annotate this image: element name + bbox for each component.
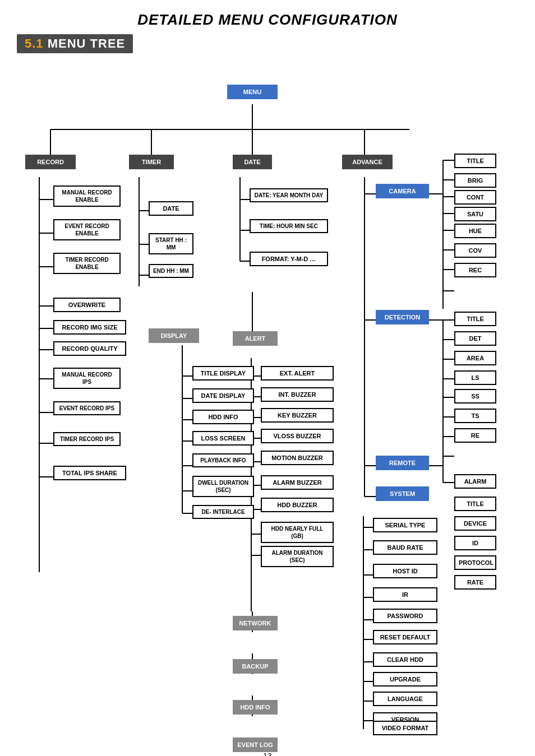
end-hhmm-node: END HH : MM <box>149 264 193 278</box>
section-heading: 5.1 MENU TREE <box>17 34 133 53</box>
detection-node: DETECTION <box>376 310 429 324</box>
start-hhmm-node: START HH : MM <box>149 233 193 254</box>
det-node: DET <box>454 331 496 346</box>
ls-node: LS <box>454 370 496 385</box>
record-img-size-node: RECORD IMG SIZE <box>53 320 126 335</box>
event-log-node: EVENT LOG <box>233 738 278 752</box>
date-sub-node: DATE <box>149 201 193 216</box>
rec-node: REC <box>454 263 496 277</box>
ir-node: IR <box>373 587 437 602</box>
playback-info-node: PLAYBACK INFO <box>192 453 254 467</box>
total-ips-share-node: TOTAL IPS SHARE <box>53 466 126 480</box>
date-yearmonthday-node: DATE: YEAR MONTH DAY <box>250 188 328 202</box>
display-node: DISPLAY <box>149 328 199 343</box>
ext-alert-node: EXT. ALERT <box>261 366 334 381</box>
cov-node: COV <box>454 243 496 258</box>
language-node: LANGUAGE <box>373 692 437 706</box>
ss-node: SS <box>454 389 496 403</box>
record-node: RECORD <box>25 155 76 169</box>
date-display-node: DATE DISPLAY <box>192 388 254 403</box>
backup-node: BACKUP <box>233 659 278 674</box>
title-display-node: TITLE DISPLAY <box>192 366 254 381</box>
hdd-info-disp-node: HDD INFO <box>192 410 254 424</box>
area-node: AREA <box>454 351 496 365</box>
reset-default-node: RESET DEFAULT <box>373 630 437 644</box>
motion-buzzer-node: MOTION BUZZER <box>261 451 334 465</box>
rate-node: RATE <box>454 575 496 590</box>
alarm-buzzer-node: ALARM BUZZER <box>261 475 334 490</box>
format-ymd-node: FORMAT: Y-M-D … <box>250 252 328 266</box>
satu-node: SATU <box>454 207 496 221</box>
hue-node: HUE <box>454 224 496 238</box>
brig-node: BRIG <box>454 173 496 188</box>
remote-node: REMOTE <box>376 456 429 470</box>
serial-type-node: SERIAL TYPE <box>373 518 437 532</box>
password-node: PASSWORD <box>373 609 437 623</box>
hdd-nearly-full-node: HDD NEARLY FULL (GB) <box>261 522 334 543</box>
title-sys-node: TITLE <box>454 497 496 511</box>
advance-node: ADVANCE <box>342 155 393 169</box>
network-node: NETWORK <box>233 616 278 630</box>
system-node: SYSTEM <box>376 486 429 501</box>
baud-rate-node: BAUD RATE <box>373 540 437 555</box>
protocol-node: PROTOCOL <box>454 555 496 570</box>
event-record-enable-node: EVENT RECORD ENABLE <box>53 219 121 240</box>
manual-record-enable-node: MANUAL RECORD ENABLE <box>53 185 121 207</box>
camera-node: CAMERA <box>376 184 429 198</box>
device-node: DEVICE <box>454 516 496 531</box>
timer-node: TIMER <box>129 155 174 169</box>
overwrite-node: OVERWRITE <box>53 298 121 312</box>
dwell-duration-node: DWELL DURATION (SEC) <box>192 476 254 497</box>
date-main-node: DATE <box>233 155 272 169</box>
hdd-buzzer-node: HDD BUZZER <box>261 498 334 512</box>
host-id-node: HOST ID <box>373 564 437 578</box>
time-hourmin-node: TIME: HOUR MIN SEC <box>250 219 328 233</box>
video-format-node: VIDEO FORMAT <box>373 721 437 735</box>
loss-screen-node: LOSS SCREEN <box>192 431 254 446</box>
key-buzzer-node: KEY BUZZER <box>261 408 334 423</box>
cont-node: CONT <box>454 190 496 205</box>
menu-tree: MENU RECORD TIMER DATE ADVANCE MANUAL RE… <box>17 73 522 746</box>
int-buzzer-node: INT. BUZZER <box>261 387 334 402</box>
ts-node: TS <box>454 409 496 423</box>
record-quality-node: RECORD QUALITY <box>53 341 126 356</box>
vloss-buzzer-node: VLOSS BUZZER <box>261 429 334 443</box>
manual-record-ips-node: MANUAL RECORD IPS <box>53 368 121 389</box>
de-interlace-node: DE- INTERLACE <box>192 505 254 519</box>
hdd-info-main-node: HDD INFO <box>233 700 278 715</box>
upgrade-node: UPGRADE <box>373 672 437 687</box>
event-record-ips-node: EVENT RECORD IPS <box>53 401 121 415</box>
menu-node: MENU <box>227 85 278 99</box>
alarm-duration-node: ALARM DURATION (SEC) <box>261 546 334 567</box>
clear-hdd-node: CLEAR HDD <box>373 652 437 667</box>
title-det-node: TITLE <box>454 312 496 326</box>
timer-record-ips-node: TIMER RECORD IPS <box>53 432 121 446</box>
timer-record-enable-node: TIMER RECORD ENABLE <box>53 253 121 274</box>
alert-node: ALERT <box>233 331 278 346</box>
re-node: RE <box>454 428 496 443</box>
alarm-node: ALARM <box>454 474 496 489</box>
page-title: DETAILED MENU CONFIGURATION <box>17 11 518 29</box>
title-cam-node: TITLE <box>454 154 496 168</box>
id-node: ID <box>454 536 496 550</box>
